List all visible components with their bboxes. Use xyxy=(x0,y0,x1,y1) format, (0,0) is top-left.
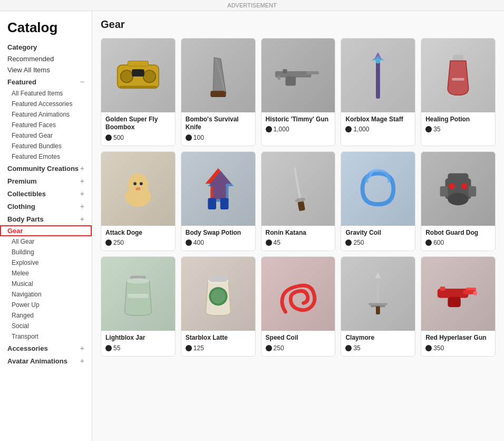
avatar-animations-toggle[interactable]: + xyxy=(80,357,84,365)
item-info-9: Gravity Coil 250 xyxy=(341,226,415,251)
item-price-value-4: 1,000 xyxy=(353,126,369,133)
item-price-value-1: 500 xyxy=(113,134,124,141)
item-price-value-15: 350 xyxy=(433,344,444,352)
svg-point-17 xyxy=(375,59,381,64)
svg-rect-55 xyxy=(448,297,461,308)
item-info-14: Claymore 35 xyxy=(341,331,415,356)
sidebar-item-musical[interactable]: Musical xyxy=(0,279,92,289)
robux-icon-7 xyxy=(186,239,192,246)
item-name-8: Ronin Katana xyxy=(266,229,331,237)
sidebar-item-explosive[interactable]: Explosive xyxy=(0,257,92,268)
svg-point-33 xyxy=(295,197,306,203)
item-card-6[interactable]: Attack Doge 250 xyxy=(101,151,176,251)
svg-rect-3 xyxy=(132,69,144,76)
item-thumb-6 xyxy=(101,152,175,226)
item-card-10[interactable]: Robot Guard Dog 600 xyxy=(421,151,496,251)
item-thumb-8 xyxy=(261,152,335,226)
item-card-8[interactable]: Ronin Katana 45 xyxy=(261,151,336,251)
sidebar-section-clothing: Clothing + xyxy=(0,200,92,213)
item-card-1[interactable]: Golden Super Fly Boombox 500 xyxy=(101,38,176,146)
item-card-4[interactable]: Korblox Mage Staff 1,000 xyxy=(341,38,415,146)
item-info-2: Bombo's Survival Knife 100 xyxy=(181,112,255,146)
sidebar-item-featured-accessories[interactable]: Featured Accessories xyxy=(0,99,92,109)
svg-rect-5 xyxy=(128,61,148,66)
sidebar-item-all-gear[interactable]: All Gear xyxy=(0,236,92,247)
item-price-value-6: 250 xyxy=(113,239,124,246)
item-card-2[interactable]: Bombo's Survival Knife 100 xyxy=(181,38,256,146)
sidebar-item-featured-bundles[interactable]: Featured Bundles xyxy=(0,141,92,151)
item-price-14: 35 xyxy=(345,344,411,352)
sidebar-item-social[interactable]: Social xyxy=(0,321,92,331)
item-thumb-15 xyxy=(421,257,495,331)
featured-label: Featured xyxy=(7,78,36,86)
item-price-value-3: 1,000 xyxy=(274,126,289,133)
svg-point-35 xyxy=(448,193,469,205)
item-info-5: Healing Potion 35 xyxy=(421,112,495,138)
item-name-11: Lightblox Jar xyxy=(105,334,171,342)
item-thumb-7 xyxy=(181,152,255,226)
sidebar-item-featured-gear[interactable]: Featured Gear xyxy=(0,130,92,141)
item-card-11[interactable]: Lightblox Jar 55 xyxy=(101,256,176,356)
sidebar-title: Catalog xyxy=(0,16,92,41)
sidebar-item-gear[interactable]: Gear xyxy=(0,225,92,236)
item-name-13: Speed Coil xyxy=(266,334,331,342)
item-card-5[interactable]: Healing Potion 35 xyxy=(421,38,496,146)
item-info-1: Golden Super Fly Boombox 500 xyxy=(101,112,175,146)
body-parts-toggle[interactable]: + xyxy=(80,215,84,223)
item-card-7[interactable]: Body Swap Potion 400 xyxy=(181,151,256,251)
sidebar-item-featured-animations[interactable]: Featured Animations xyxy=(0,109,92,120)
item-card-9[interactable]: Gravity Coil 250 xyxy=(341,151,415,251)
premium-toggle[interactable]: + xyxy=(80,177,84,185)
category-label: Category xyxy=(0,41,92,53)
sidebar-item-featured-emotes[interactable]: Featured Emotes xyxy=(0,151,92,162)
item-info-11: Lightblox Jar 55 xyxy=(101,331,175,356)
robux-icon-12 xyxy=(186,345,192,351)
sidebar-item-transport[interactable]: Transport xyxy=(0,331,92,342)
item-thumb-13 xyxy=(261,257,335,331)
item-price-2: 100 xyxy=(186,134,251,141)
svg-marker-49 xyxy=(375,272,381,279)
robux-icon-4 xyxy=(345,126,352,132)
collectibles-toggle[interactable]: + xyxy=(80,189,84,198)
sidebar-item-power-up[interactable]: Power Up xyxy=(0,300,92,310)
community-toggle[interactable]: + xyxy=(80,164,84,172)
svg-rect-56 xyxy=(440,287,445,291)
sidebar-item-navigation[interactable]: Navigation xyxy=(0,289,92,300)
item-price-value-9: 250 xyxy=(353,239,364,246)
svg-rect-18 xyxy=(453,55,463,61)
ad-label: ADVERTISEMENT xyxy=(227,2,276,8)
sidebar-item-ranged[interactable]: Ranged xyxy=(0,310,92,321)
item-card-13[interactable]: Speed Coil 250 xyxy=(261,256,336,356)
robux-icon-15 xyxy=(425,345,432,351)
item-price-value-2: 100 xyxy=(193,134,204,141)
item-info-8: Ronin Katana 45 xyxy=(261,226,335,251)
item-price-10: 600 xyxy=(425,239,491,246)
svg-rect-51 xyxy=(376,306,380,315)
sidebar-item-recommended[interactable]: Recommended xyxy=(0,53,92,64)
robux-icon-13 xyxy=(266,345,272,351)
sidebar-item-melee[interactable]: Melee xyxy=(0,268,92,279)
sidebar-section-community: Community Creations + xyxy=(0,162,92,175)
robux-icon-2 xyxy=(186,135,192,141)
accessories-toggle[interactable]: + xyxy=(80,344,84,352)
item-card-3[interactable]: Historic 'Timmy' Gun 1,000 xyxy=(261,38,336,146)
svg-rect-4 xyxy=(120,85,157,88)
item-thumb-12 xyxy=(181,257,255,331)
sidebar-item-view-all[interactable]: View All Items xyxy=(0,64,92,75)
sidebar-item-building[interactable]: Building xyxy=(0,247,92,257)
clothing-toggle[interactable]: + xyxy=(80,202,84,210)
item-name-14: Claymore xyxy=(345,334,411,342)
svg-point-2 xyxy=(143,70,156,82)
svg-rect-11 xyxy=(285,76,296,86)
sidebar-item-all-featured[interactable]: All Featured Items xyxy=(0,88,92,99)
featured-toggle[interactable]: − xyxy=(80,78,84,86)
svg-rect-57 xyxy=(466,288,477,291)
item-card-12[interactable]: Starblox Latte 125 xyxy=(181,256,256,356)
item-price-value-5: 35 xyxy=(433,126,440,133)
item-name-12: Starblox Latte xyxy=(186,334,251,342)
robux-icon-8 xyxy=(266,239,272,246)
sidebar-item-featured-faces[interactable]: Featured Faces xyxy=(0,120,92,130)
svg-point-38 xyxy=(449,183,455,189)
item-card-14[interactable]: Claymore 35 xyxy=(341,256,415,356)
item-card-15[interactable]: Red Hyperlaser Gun 350 xyxy=(421,256,496,356)
